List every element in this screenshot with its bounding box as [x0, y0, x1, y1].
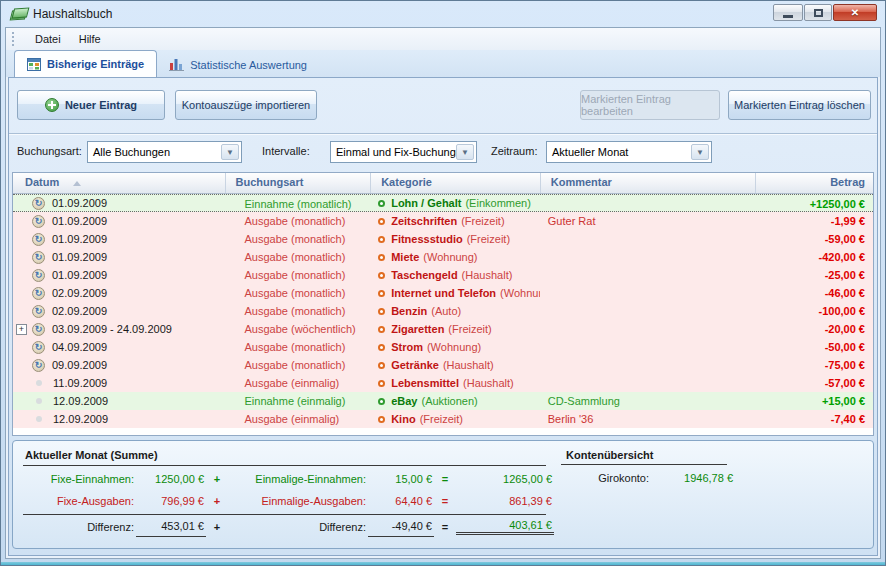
accounts-overview: Kontenübersicht Girokonto: 1946,78 €: [561, 449, 733, 489]
column-label: Kommentar: [551, 176, 612, 188]
category-bullet-icon: [378, 272, 385, 279]
title-bar[interactable]: Haushaltsbuch ✕: [1, 1, 885, 27]
comment-cell: Guter Rat: [540, 212, 755, 230]
menu-item-datei[interactable]: Datei: [26, 31, 70, 47]
entries-table: Datum Buchungsart Kategorie Kommentar Be…: [12, 172, 874, 436]
category-name: Getränke: [391, 356, 439, 374]
summary-value1: 453,01 €: [136, 516, 206, 537]
summary-op2: =: [434, 516, 456, 538]
zeitraum-select[interactable]: Aktueller Monat ▼: [546, 141, 712, 163]
table-grid-icon: [27, 58, 41, 71]
table-row[interactable]: ↻01.09.2009Ausgabe (monatlich)Taschengel…: [13, 266, 873, 284]
category-cell: Benzin(Auto): [370, 302, 540, 320]
type-label: Ausgabe (monatlich): [224, 302, 370, 320]
table-row[interactable]: ↻04.09.2009Ausgabe (monatlich)Strom(Wohn…: [13, 338, 873, 356]
account-row: Girokonto: 1946,78 €: [561, 467, 733, 489]
new-entry-button[interactable]: Neuer Eintrag: [17, 90, 165, 120]
date-label: 11.09.2009: [53, 374, 107, 392]
summary-value2: 64,40 €: [368, 490, 434, 512]
tab-statistische-auswertung[interactable]: Statistische Auswertung: [157, 52, 319, 77]
category-group: (Einkommen): [465, 195, 530, 211]
date-label: 01.09.2009: [52, 230, 107, 248]
table-row[interactable]: ↻01.09.2009Ausgabe (monatlich)Miete(Wohn…: [13, 248, 873, 266]
comment-cell: [540, 302, 755, 320]
table-row[interactable]: 11.09.2009Ausgabe (einmalig)Lebensmittel…: [13, 374, 873, 392]
table-row[interactable]: 12.09.2009Einnahme (einmalig)eBay(Auktio…: [13, 392, 873, 410]
summary-title-rule: [23, 465, 546, 466]
sort-ascending-icon: [73, 181, 81, 186]
table-header: Datum Buchungsart Kategorie Kommentar Be…: [13, 173, 873, 194]
expand-icon[interactable]: +: [16, 324, 27, 335]
category-bullet-icon: [378, 200, 385, 207]
category-group: (Wohnung): [427, 338, 481, 356]
close-button[interactable]: ✕: [833, 4, 877, 21]
amount-label: +1250,00 €: [755, 195, 873, 211]
summary-row: Differenz:453,01 €+Differenz:-49,40 €=40…: [23, 516, 554, 538]
app-banknote-icon: [10, 6, 26, 22]
table-row[interactable]: ↻01.09.2009Ausgabe (monatlich)Zeitschrif…: [13, 212, 873, 230]
amount-label: -20,00 €: [755, 320, 873, 338]
column-header-datum[interactable]: Datum: [13, 173, 225, 193]
table-row[interactable]: 12.09.2009Ausgabe (einmalig)Kino(Freizei…: [13, 410, 873, 428]
menu-item-hilfe[interactable]: Hilfe: [70, 31, 110, 47]
edit-marked-button: Markierten Eintrag bearbeiten: [580, 90, 720, 120]
delete-marked-button[interactable]: Markierten Eintrag löschen: [728, 90, 871, 120]
minimize-button[interactable]: [773, 4, 803, 21]
amount-label: -75,00 €: [755, 356, 873, 374]
amount-label: -1,99 €: [755, 212, 873, 230]
category-name: Strom: [391, 338, 423, 356]
category-name: Zeitschriften: [391, 212, 457, 230]
maximize-button[interactable]: [804, 4, 832, 21]
type-label: Ausgabe (monatlich): [224, 284, 370, 302]
import-statements-button[interactable]: Kontoauszüge importieren: [175, 90, 317, 120]
date-cell: 12.09.2009: [13, 410, 224, 428]
comment-label: Berlin '36: [548, 413, 594, 425]
category-name: Internet und Telefon: [391, 284, 496, 302]
category-cell: Zeitschriften(Freizeit): [370, 212, 540, 230]
column-label: Datum: [25, 176, 59, 188]
plus-circle-icon: [45, 98, 59, 112]
intervalle-select[interactable]: Einmal und Fix-Buchungen ▼: [330, 141, 477, 163]
table-row[interactable]: +↻03.09.2009 - 24.09.2009Ausgabe (wöchen…: [13, 320, 873, 338]
summary-label1: Differenz:: [23, 516, 136, 538]
buchungsart-value: Alle Buchungen: [93, 146, 170, 158]
column-header-kategorie[interactable]: Kategorie: [370, 173, 540, 193]
table-row[interactable]: ↻09.09.2009Ausgabe (monatlich)Getränke(H…: [13, 356, 873, 374]
table-row[interactable]: ↻02.09.2009Ausgabe (monatlich)Internet u…: [13, 284, 873, 302]
recurring-icon: ↻: [32, 305, 45, 318]
new-entry-label: Neuer Eintrag: [65, 99, 137, 111]
table-row[interactable]: ↻01.09.2009Ausgabe (monatlich)Fitnessstu…: [13, 230, 873, 248]
date-label: 04.09.2009: [52, 338, 107, 356]
recurring-icon: ↻: [32, 287, 45, 300]
date-label: 01.09.2009: [52, 212, 107, 230]
amount-label: -7,40 €: [755, 410, 873, 428]
column-label: Buchungsart: [236, 176, 304, 188]
recurring-icon: ↻: [32, 359, 45, 372]
category-group: (Freizeit): [467, 230, 510, 248]
table-row[interactable]: ↻01.09.2009Einnahme (monatlich)Lohn / Ge…: [13, 194, 873, 212]
summary-label2: Einmalige-Ausgaben:: [228, 490, 368, 512]
summary-panel: Aktueller Monat (Summe) Fixe-Einnahmen:1…: [12, 440, 874, 549]
table-row[interactable]: ↻02.09.2009Ausgabe (monatlich)Benzin(Aut…: [13, 302, 873, 320]
column-header-kommentar[interactable]: Kommentar: [540, 173, 755, 193]
comment-cell: [540, 195, 755, 211]
category-name: Lohn / Gehalt: [391, 195, 461, 211]
once-icon: [36, 380, 42, 386]
category-group: (Wohnung): [423, 248, 477, 266]
comment-cell: [540, 248, 755, 266]
zeitraum-value: Aktueller Monat: [552, 146, 628, 158]
recurring-icon: ↻: [32, 323, 45, 336]
category-name: Taschengeld: [391, 266, 457, 284]
category-name: Kino: [391, 410, 415, 428]
tab-bisherige-eintraege[interactable]: Bisherige Einträge: [14, 50, 157, 77]
summary-value2: -49,40 €: [368, 516, 434, 537]
summary-total: 1265,00 €: [456, 468, 554, 490]
column-header-buchungsart[interactable]: Buchungsart: [225, 173, 371, 193]
minimize-icon: [783, 15, 793, 18]
date-label: 01.09.2009: [52, 195, 107, 211]
column-header-betrag[interactable]: Betrag: [755, 173, 873, 193]
recurring-icon: ↻: [32, 251, 45, 264]
category-cell: Fitnessstudio(Freizeit): [370, 230, 540, 248]
buchungsart-select[interactable]: Alle Buchungen ▼: [87, 141, 242, 163]
recurring-icon: ↻: [32, 341, 45, 354]
